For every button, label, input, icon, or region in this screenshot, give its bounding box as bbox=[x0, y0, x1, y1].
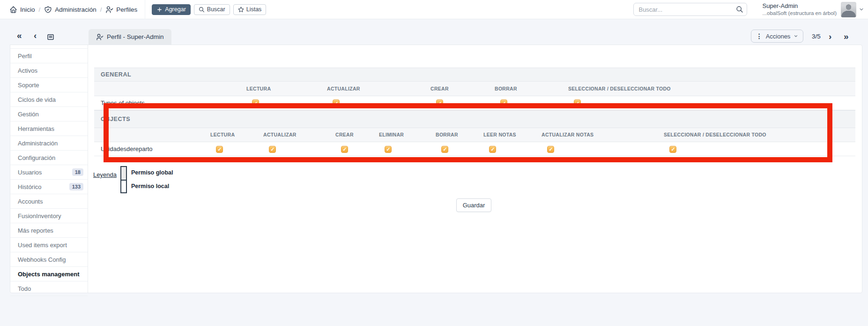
col-header: CREAR bbox=[335, 128, 379, 142]
table-header-row: LECTURA ACTUALIZAR CREAR BORRAR SELECCIO… bbox=[94, 82, 855, 96]
sidebar-item-todo[interactable]: Todo bbox=[10, 281, 88, 296]
lists-button-label: Listas bbox=[246, 6, 262, 13]
col-header: LECTURA bbox=[210, 128, 263, 142]
breadcrumb-home[interactable]: Inicio bbox=[9, 6, 35, 14]
user-entity: ...obalSoft (estructura en árbol) bbox=[762, 10, 837, 16]
permission-checkbox[interactable] bbox=[574, 99, 581, 106]
permission-checkbox[interactable] bbox=[547, 146, 554, 153]
breadcrumb: Inicio / Administración / Perfiles bbox=[0, 0, 145, 19]
col-header: LECTURA bbox=[246, 82, 327, 96]
search-button[interactable]: Buscar bbox=[194, 4, 230, 15]
add-button-label: Agregar bbox=[165, 6, 185, 13]
permission-checkbox[interactable] bbox=[269, 146, 276, 153]
permission-checkbox[interactable] bbox=[669, 146, 676, 153]
col-header: LEER NOTAS bbox=[483, 128, 542, 142]
permission-checkbox[interactable] bbox=[252, 99, 259, 106]
sidebar-item-herramientas[interactable]: Herramientas bbox=[10, 121, 88, 136]
sidebar-item-usuarios[interactable]: Usuarios 18 bbox=[10, 165, 88, 180]
nav-prev-icon[interactable]: ‹ bbox=[34, 31, 37, 40]
nav-first-icon[interactable]: « bbox=[17, 31, 22, 40]
permission-checkbox[interactable] bbox=[341, 146, 348, 153]
col-header: ACTUALIZAR bbox=[263, 128, 335, 142]
plus-icon bbox=[156, 7, 163, 13]
main-card: Perfil Activos Soporte Ciclos de vida Ge… bbox=[10, 45, 862, 293]
chevron-down-icon bbox=[794, 34, 798, 38]
avatar[interactable] bbox=[841, 2, 856, 17]
breadcrumb-administracion-label: Administración bbox=[55, 6, 96, 13]
user-info: Super-Admin ...obalSoft (estructura en á… bbox=[762, 2, 837, 17]
sidebar-item-objects-management[interactable]: Objects management bbox=[10, 267, 88, 281]
col-header: SELECCIONAR / DESELECCIONAR TODO bbox=[568, 82, 855, 96]
shield-icon bbox=[44, 6, 52, 14]
star-icon bbox=[238, 7, 244, 13]
general-permissions-table: LECTURA ACTUALIZAR CREAR BORRAR SELECCIO… bbox=[94, 82, 855, 110]
sidebar-item-perfil[interactable]: Perfil bbox=[10, 49, 88, 63]
save-button[interactable]: Guardar bbox=[456, 198, 491, 212]
permission-checkbox[interactable] bbox=[441, 146, 448, 153]
sidebar-item-gestion[interactable]: Gestión bbox=[10, 107, 88, 121]
objects-permissions-table: LECTURA ACTUALIZAR CREAR ELIMINAR BORRAR… bbox=[94, 128, 855, 157]
permission-checkbox[interactable] bbox=[385, 146, 392, 153]
breadcrumb-home-label: Inicio bbox=[20, 6, 35, 13]
search-icon bbox=[736, 6, 743, 13]
table-row: Types of objects bbox=[94, 96, 855, 110]
sidebar-item-configuracion[interactable]: Configuración bbox=[10, 151, 88, 165]
global-search-input[interactable] bbox=[633, 3, 747, 16]
navbar-right: Super-Admin ...obalSoft (estructura en á… bbox=[633, 2, 868, 17]
tab-label: Perfil - Super-Admin bbox=[107, 33, 164, 40]
breadcrumb-perfiles[interactable]: Perfiles bbox=[105, 6, 137, 14]
col-header: CREAR bbox=[430, 82, 495, 96]
col-header: ACTUALIZAR bbox=[327, 82, 430, 96]
home-icon bbox=[9, 6, 17, 14]
actions-dropdown-button[interactable]: ⋮ Acciones bbox=[751, 30, 803, 43]
lists-button[interactable]: Listas bbox=[233, 4, 267, 15]
permission-checkbox[interactable] bbox=[436, 99, 443, 106]
table-row: Unidadesdereparto bbox=[94, 142, 855, 156]
breadcrumb-separator: / bbox=[100, 6, 102, 13]
legend-swatches bbox=[120, 166, 127, 193]
sidebar-item-administracion[interactable]: Administración bbox=[10, 136, 88, 151]
sidebar-item-fusioninventory[interactable]: FusionInventory bbox=[10, 209, 88, 223]
user-check-icon bbox=[96, 33, 104, 41]
user-check-icon bbox=[105, 6, 113, 14]
breadcrumb-administracion[interactable]: Administración bbox=[44, 6, 96, 14]
permission-checkbox[interactable] bbox=[333, 99, 340, 106]
sidebar: Perfil Activos Soporte Ciclos de vida Ge… bbox=[10, 45, 88, 293]
permission-checkbox[interactable] bbox=[216, 146, 223, 153]
permissions-panel: GENERAL LECTURA ACTUALIZAR CREAR BORRAR … bbox=[94, 68, 855, 156]
tab-perfil-super-admin[interactable]: Perfil - Super-Admin bbox=[89, 29, 171, 45]
sidebar-item-historico[interactable]: Histórico 133 bbox=[10, 180, 88, 194]
nav-last-icon[interactable]: » bbox=[844, 32, 849, 41]
add-button[interactable]: Agregar bbox=[152, 4, 190, 15]
permission-checkbox[interactable] bbox=[489, 146, 496, 153]
sidebar-item-accounts[interactable]: Accounts bbox=[10, 194, 88, 209]
count-badge: 133 bbox=[69, 183, 83, 190]
sidebar-item-mas-reportes[interactable]: Más reportes bbox=[10, 223, 88, 238]
sidebar-item-webhooks-config[interactable]: Webhooks Config bbox=[10, 252, 88, 267]
section-title-objects: OBJECTS bbox=[94, 110, 855, 128]
row-label: Types of objects bbox=[94, 96, 246, 110]
top-navbar: Inicio / Administración / Perfiles Agreg… bbox=[0, 0, 868, 19]
col-header: ELIMINAR bbox=[379, 128, 436, 142]
chevron-down-icon[interactable] bbox=[859, 7, 864, 12]
legend-labels: Permiso global Permiso local bbox=[131, 166, 173, 193]
legend: Leyenda Permiso global Permiso local bbox=[93, 166, 173, 193]
count-badge: 18 bbox=[72, 168, 83, 176]
legend-label-local: Permiso local bbox=[131, 180, 173, 193]
sidebar-item-activos[interactable]: Activos bbox=[10, 63, 88, 78]
col-header: BORRAR bbox=[436, 128, 483, 142]
kebab-icon: ⋮ bbox=[756, 33, 763, 39]
table-header-row: LECTURA ACTUALIZAR CREAR ELIMINAR BORRAR… bbox=[94, 128, 855, 142]
section-title-general: GENERAL bbox=[94, 68, 855, 82]
breadcrumb-separator: / bbox=[39, 6, 41, 13]
permission-checkbox[interactable] bbox=[500, 99, 507, 106]
list-view-icon[interactable] bbox=[46, 33, 55, 41]
search-icon bbox=[199, 7, 205, 13]
legend-title[interactable]: Leyenda bbox=[93, 171, 117, 178]
sidebar-item-soporte[interactable]: Soporte bbox=[10, 78, 88, 92]
sidebar-item-used-items-export[interactable]: Used items export bbox=[10, 238, 88, 252]
nav-next-icon[interactable]: › bbox=[829, 32, 831, 41]
sidebar-item-ciclos-de-vida[interactable]: Ciclos de vida bbox=[10, 92, 88, 107]
user-name: Super-Admin bbox=[762, 2, 837, 10]
legend-label-global: Permiso global bbox=[131, 166, 173, 180]
